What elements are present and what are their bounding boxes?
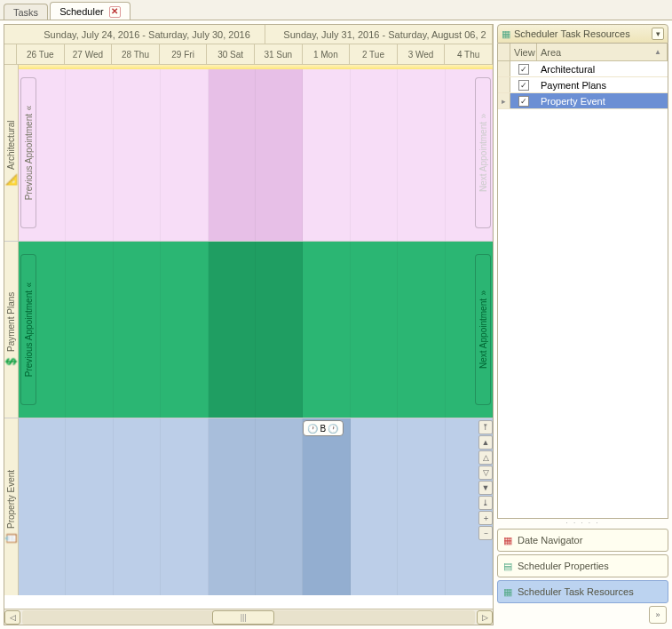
- area-cell: Architectural: [537, 64, 668, 75]
- scroll-right-button[interactable]: ▷: [477, 610, 493, 625]
- prev-appointment-button[interactable]: « Previous Appointment: [20, 254, 36, 405]
- prev-appointment-label: Previous Appointment: [24, 291, 34, 377]
- resource-body[interactable]: « Previous Appointment » Next Appointmen…: [19, 242, 493, 418]
- checkbox-icon: ✓: [518, 96, 529, 107]
- panel-date-navigator[interactable]: ▦ Date Navigator: [497, 529, 668, 552]
- panel-label: Scheduler Properties: [518, 561, 609, 571]
- resource-label-text: Property Event: [6, 469, 16, 528]
- gutter: [19, 65, 493, 69]
- side-pane: ▦ Scheduler Task Resources ▾ View Area ▲…: [497, 24, 668, 625]
- side-panel-title: Scheduler Task Resources: [514, 28, 630, 39]
- properties-icon: ▤: [503, 561, 512, 572]
- appointment-event[interactable]: 🕐 B 🕐: [303, 420, 344, 436]
- area-cell: Property Event: [537, 96, 668, 107]
- page-up-button[interactable]: △: [478, 450, 493, 465]
- resources-icon: ▦: [502, 28, 510, 40]
- scheduler-pane: Sunday, July 24, 2016 - Saturday, July 3…: [4, 24, 494, 625]
- scroll-up-button[interactable]: ▲: [478, 435, 493, 450]
- scroll-top-button[interactable]: ⤒: [478, 420, 493, 434]
- payment-icon: 💲: [5, 354, 18, 368]
- tab-bar: Tasks Scheduler ✕: [0, 0, 672, 20]
- day-header-cell[interactable]: 28 Thu: [112, 44, 160, 64]
- sort-asc-icon: ▲: [654, 48, 661, 56]
- resource-body[interactable]: 🕐 B 🕐 ⤒ ▲ △ ▽ ▼ ⤓ ＋ －: [19, 418, 493, 595]
- scroll-down-button[interactable]: ▼: [478, 481, 493, 495]
- resource-row-property-event: 📋 Property Event 🕐 B 🕐 ⤒ ▲ △: [4, 418, 493, 595]
- day-header-cell[interactable]: 26 Tue: [17, 44, 65, 64]
- row-indicator: ▸: [498, 93, 510, 108]
- day-header-cell[interactable]: 31 Sun: [255, 44, 303, 64]
- next-appointment-button[interactable]: » Next Appointment: [475, 77, 491, 228]
- zoom-in-button[interactable]: ＋: [478, 511, 493, 525]
- splitter-handle[interactable]: · · · · ·: [497, 519, 668, 526]
- resource-label[interactable]: 📐 Architectural: [4, 65, 19, 241]
- collapse-row: »: [497, 606, 668, 625]
- next-appointment-label: Next Appointment: [478, 299, 488, 369]
- tab-scheduler[interactable]: Scheduler ✕: [50, 2, 130, 20]
- prev-appointment-label: Previous Appointment: [24, 114, 34, 200]
- main-container: Sunday, July 24, 2016 - Saturday, July 3…: [0, 20, 672, 629]
- grid-row[interactable]: ✓ Payment Plans: [498, 77, 668, 93]
- resource-grid: View Area ▲ ✓ Architectural ✓ Payment Pl…: [497, 44, 668, 519]
- column-header-area[interactable]: Area ▲: [537, 44, 668, 60]
- grid-header: View Area ▲: [498, 44, 668, 61]
- zoom-out-button[interactable]: －: [478, 526, 493, 540]
- day-header-cell[interactable]: 4 Thu: [445, 44, 493, 64]
- panel-label: Date Navigator: [518, 535, 582, 545]
- grid-row[interactable]: ✓ Architectural: [498, 61, 668, 77]
- resource-body[interactable]: « Previous Appointment » Next Appointmen…: [19, 65, 493, 241]
- week-range-cell[interactable]: Sunday, July 24, 2016 - Saturday, July 3…: [4, 25, 265, 44]
- chevron-right-icon: »: [478, 114, 488, 119]
- expand-icon[interactable]: ▾: [652, 28, 664, 40]
- next-appointment-label: Next Appointment: [478, 122, 488, 192]
- scroll-left-button[interactable]: ◁: [4, 610, 20, 625]
- day-header-cell[interactable]: 3 Wed: [398, 44, 446, 64]
- scroll-bottom-button[interactable]: ⤓: [478, 496, 493, 510]
- tab-tasks[interactable]: Tasks: [4, 4, 48, 20]
- timeline-header: Sunday, July 24, 2016 - Saturday, July 3…: [4, 25, 493, 65]
- close-icon[interactable]: ✕: [109, 6, 121, 18]
- day-header-cell[interactable]: 30 Sat: [207, 44, 255, 64]
- week-range-cell[interactable]: Sunday, July 31, 2016 - Saturday, August…: [265, 25, 493, 44]
- horizontal-scrollbar: ◁ ||| ▷: [4, 609, 493, 625]
- page-down-button[interactable]: ▽: [478, 466, 493, 480]
- collapse-button[interactable]: »: [649, 606, 667, 624]
- view-checkbox-cell[interactable]: ✓: [510, 96, 537, 107]
- checkbox-icon: ✓: [518, 80, 529, 91]
- week-header-row: Sunday, July 24, 2016 - Saturday, July 3…: [4, 25, 493, 44]
- day-header-cell[interactable]: 1 Mon: [303, 44, 351, 64]
- next-appointment-button[interactable]: » Next Appointment: [475, 254, 491, 405]
- prev-appointment-button[interactable]: « Previous Appointment: [20, 77, 36, 228]
- side-panel-header[interactable]: ▦ Scheduler Task Resources ▾: [497, 24, 668, 44]
- panel-scheduler-task-resources[interactable]: ▦ Scheduler Task Resources: [497, 580, 668, 603]
- day-header-cell[interactable]: 29 Fri: [160, 44, 208, 64]
- view-checkbox-cell[interactable]: ✓: [510, 64, 537, 75]
- day-header-cell[interactable]: 2 Tue: [350, 44, 398, 64]
- tab-label: Scheduler: [59, 6, 104, 17]
- view-checkbox-cell[interactable]: ✓: [510, 80, 537, 91]
- header-pad: [4, 44, 17, 64]
- column-header-view[interactable]: View: [510, 44, 537, 60]
- resource-label[interactable]: 📋 Property Event: [4, 418, 19, 595]
- checkbox-icon: ✓: [518, 64, 529, 75]
- chevron-right-icon: »: [478, 291, 488, 296]
- scrollbar-thumb[interactable]: |||: [212, 610, 274, 625]
- chevron-left-icon: «: [24, 283, 34, 288]
- resource-label[interactable]: 💲 Payment Plans: [4, 242, 19, 418]
- day-header-cell[interactable]: 27 Wed: [65, 44, 113, 64]
- area-cell: Payment Plans: [537, 80, 668, 91]
- grid-row[interactable]: ▸ ✓ Property Event: [498, 93, 668, 109]
- resource-rows: 📐 Architectural « Previous Appointment »…: [4, 65, 493, 609]
- grid-header-pad: [498, 44, 510, 60]
- resource-row-payment-plans: 💲 Payment Plans « Previous Appointment »…: [4, 242, 493, 418]
- day-header-row: 26 Tue 27 Wed 28 Thu 29 Fri 30 Sat 31 Su…: [4, 44, 493, 64]
- calendar-icon: ▦: [503, 535, 512, 546]
- event-label: B: [320, 424, 326, 434]
- vertical-nav-buttons: ⤒ ▲ △ ▽ ▼ ⤓ ＋ －: [478, 420, 493, 541]
- resources-icon: ▦: [503, 586, 512, 598]
- architectural-icon: 📐: [5, 172, 18, 186]
- scrollbar-track[interactable]: |||: [22, 610, 475, 625]
- row-indicator: [498, 61, 510, 76]
- panel-scheduler-properties[interactable]: ▤ Scheduler Properties: [497, 554, 668, 577]
- chevron-left-icon: «: [24, 106, 34, 111]
